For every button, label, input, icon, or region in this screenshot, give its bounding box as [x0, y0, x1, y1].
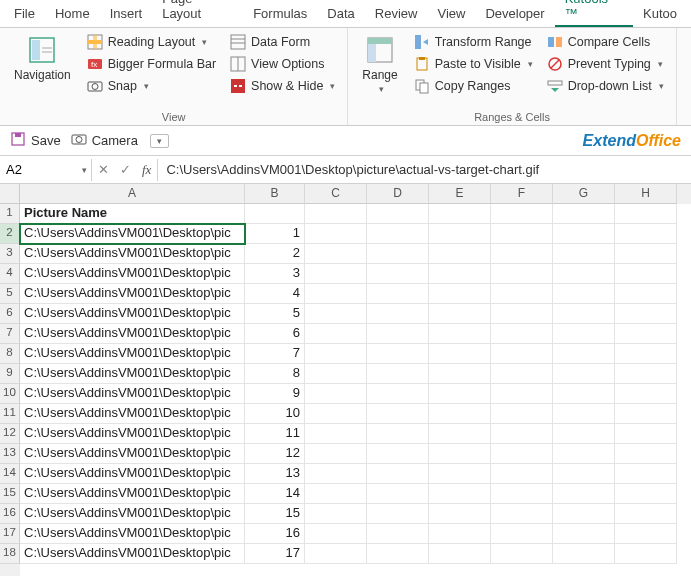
cell[interactable] [429, 204, 491, 224]
cell[interactable] [245, 204, 305, 224]
qat-more-button[interactable]: ▾ [148, 134, 169, 148]
cell[interactable] [429, 244, 491, 264]
cell[interactable] [615, 464, 677, 484]
cell[interactable] [367, 304, 429, 324]
cell[interactable] [429, 544, 491, 564]
cell[interactable]: 14 [245, 484, 305, 504]
row-header[interactable]: 10 [0, 384, 20, 404]
cell[interactable]: C:\Users\AddinsVM001\Desktop\pic [20, 364, 245, 384]
transform-range-button[interactable]: Transform Range [410, 32, 537, 52]
cell[interactable] [491, 344, 553, 364]
cell[interactable] [305, 404, 367, 424]
cell[interactable] [367, 424, 429, 444]
tab-review[interactable]: Review [365, 1, 428, 27]
cell[interactable]: 16 [245, 524, 305, 544]
row-header[interactable]: 6 [0, 304, 20, 324]
cell[interactable] [491, 244, 553, 264]
cell[interactable] [491, 284, 553, 304]
cell[interactable] [615, 544, 677, 564]
cell[interactable] [553, 324, 615, 344]
cell[interactable]: 17 [245, 544, 305, 564]
cell[interactable] [491, 444, 553, 464]
more-button[interactable] [685, 32, 691, 73]
cell[interactable] [491, 224, 553, 244]
row-header[interactable]: 14 [0, 464, 20, 484]
cell[interactable] [429, 444, 491, 464]
cell[interactable]: C:\Users\AddinsVM001\Desktop\pic [20, 224, 245, 244]
cell[interactable] [305, 464, 367, 484]
navigation-button[interactable]: Navigation [8, 32, 77, 84]
row-header[interactable]: 8 [0, 344, 20, 364]
paste-visible-button[interactable]: Paste to Visible▾ [410, 54, 537, 74]
cell[interactable] [305, 364, 367, 384]
cell[interactable] [367, 364, 429, 384]
row-header[interactable]: 13 [0, 444, 20, 464]
cell[interactable] [429, 344, 491, 364]
cell[interactable] [429, 464, 491, 484]
cell[interactable] [615, 364, 677, 384]
cell[interactable] [305, 504, 367, 524]
tab-pagelayout[interactable]: Page Layout [152, 0, 243, 27]
camera-button[interactable]: Camera [71, 131, 138, 150]
cell[interactable] [305, 344, 367, 364]
cell[interactable] [429, 404, 491, 424]
cell[interactable] [553, 264, 615, 284]
cell[interactable]: C:\Users\AddinsVM001\Desktop\pic [20, 324, 245, 344]
cell[interactable] [491, 364, 553, 384]
cell[interactable] [615, 484, 677, 504]
cell[interactable] [429, 364, 491, 384]
cell[interactable] [553, 304, 615, 324]
cell[interactable]: C:\Users\AddinsVM001\Desktop\pic [20, 484, 245, 504]
cell[interactable] [305, 544, 367, 564]
cell[interactable] [615, 324, 677, 344]
cell[interactable]: C:\Users\AddinsVM001\Desktop\pic [20, 524, 245, 544]
cell[interactable] [553, 244, 615, 264]
cell[interactable] [491, 204, 553, 224]
cell[interactable] [553, 524, 615, 544]
cell[interactable]: Picture Name [20, 204, 245, 224]
data-form-button[interactable]: Data Form [226, 32, 339, 52]
cell[interactable]: C:\Users\AddinsVM001\Desktop\pic [20, 464, 245, 484]
row-header[interactable]: 17 [0, 524, 20, 544]
cell[interactable] [305, 244, 367, 264]
row-header[interactable]: 11 [0, 404, 20, 424]
prevent-typing-button[interactable]: Prevent Typing▾ [543, 54, 668, 74]
cell[interactable] [429, 284, 491, 304]
range-button[interactable]: Range ▾ [356, 32, 403, 96]
cell[interactable] [305, 224, 367, 244]
cell[interactable] [305, 324, 367, 344]
cell[interactable]: 4 [245, 284, 305, 304]
tab-data[interactable]: Data [317, 1, 364, 27]
cell[interactable]: 5 [245, 304, 305, 324]
save-button[interactable]: Save [10, 131, 61, 150]
tab-view[interactable]: View [427, 1, 475, 27]
cell[interactable] [305, 384, 367, 404]
cell[interactable]: 7 [245, 344, 305, 364]
cell[interactable] [491, 464, 553, 484]
cell[interactable] [367, 324, 429, 344]
cell[interactable] [491, 404, 553, 424]
cell[interactable]: C:\Users\AddinsVM001\Desktop\pic [20, 404, 245, 424]
cell[interactable] [615, 344, 677, 364]
column-header-C[interactable]: C [305, 184, 367, 204]
cell[interactable]: C:\Users\AddinsVM001\Desktop\pic [20, 344, 245, 364]
cell[interactable] [429, 224, 491, 244]
reading-layout-button[interactable]: Reading Layout▾ [83, 32, 220, 52]
column-header-E[interactable]: E [429, 184, 491, 204]
tab-kutools[interactable]: Kutools ™ [555, 0, 633, 27]
cell[interactable] [615, 524, 677, 544]
cell[interactable] [367, 524, 429, 544]
dropdown-list-button[interactable]: Drop-down List▾ [543, 76, 668, 96]
cell[interactable]: 3 [245, 264, 305, 284]
cell[interactable] [615, 424, 677, 444]
name-box-dropdown[interactable]: ▾ [78, 165, 91, 175]
fx-icon[interactable]: fx [136, 162, 157, 178]
cell[interactable] [553, 384, 615, 404]
cell[interactable] [615, 224, 677, 244]
cell[interactable] [615, 504, 677, 524]
cell[interactable] [615, 264, 677, 284]
cell[interactable]: 8 [245, 364, 305, 384]
cell[interactable] [429, 264, 491, 284]
view-options-button[interactable]: View Options [226, 54, 339, 74]
cell[interactable] [367, 544, 429, 564]
